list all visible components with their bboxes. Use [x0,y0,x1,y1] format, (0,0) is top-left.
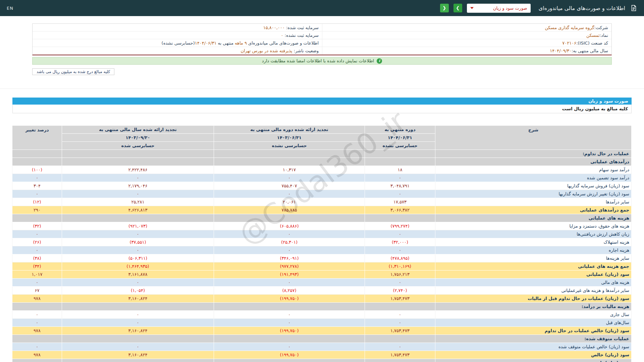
change-cell: (۱۲) [12,198,62,206]
change-cell: ۰ [12,230,62,238]
value-cell: ۰ [62,174,214,182]
empty-cell [12,335,62,343]
section-divider [0,88,644,89]
nav-back-button[interactable]: ❮ [440,4,449,12]
row-label: سود (زیان) فروش سرمایه گذاریها [435,182,632,190]
value-cell: ۰ [365,311,435,319]
change-cell: (۳۴) [12,262,62,270]
row-label: سود (زیان) خالص عملیات متوقف شده [435,343,632,351]
change-cell: (۲۶) [12,238,62,246]
col-header-period-2: تجدید ارائه شده دوره مالی منتهی به [214,126,365,134]
value-cell: (۱۹۹,۷۵۰) [214,327,365,335]
value-cell: ۷۵۵,۴۰۷ [214,182,365,190]
value-cell: ۳,۱۶۰,۸۲۴ [62,327,214,335]
value-cell: ۲۵,۲۸۱ [62,198,214,206]
row-label: سایر هزینه‌ها [435,254,632,262]
value-cell: ۰ [365,319,435,327]
section-row: سود (زیان) پایه هر سهم [12,359,632,362]
value-cell: (۱,۴۶۴,۹۳۵) [62,262,214,270]
value-cell: ۳,۱۶۰,۸۲۴ [62,351,214,359]
unit-note-wrap: کلیه مبالغ درج شده به میلیون ریال می باش… [32,68,612,75]
sheet-select-value: صورت سود و زیان [493,6,527,11]
value-cell: ۰ [365,190,435,198]
value-cell: ۰ [214,343,365,351]
table-row: سود (زیان) فروش سرمایه گذاریها۳,۰۴۸,۷۹۱۷… [12,182,632,190]
company-info-row: نماد: ثمسکنسرمایه ثبت نشده: ۰ [33,32,611,39]
company-info-row: کد صنعت (ISIC): ۷۰۲۱۰۶اطلاعات و صورت‌های… [33,39,611,47]
col-audit-2: حسابرسی نشده [214,142,365,150]
empty-cell [365,214,435,222]
value-cell: ۳,۰۴۸,۷۹۱ [365,182,435,190]
value-cell: ۲,۱۷۹,۰۴۶ [62,182,214,190]
value-cell: ۰ [62,230,214,238]
value-cell: ۰ [214,190,365,198]
value-cell: (۹۷۷,۲۷۸) [214,262,365,270]
signed-match-banner: i اطلاعات نمایش داده شده با اطلاعات امضا… [32,57,612,65]
nav-forward-button[interactable]: ❯ [453,4,462,12]
row-label: هزینه های حقوق، دستمزد و مزایا [435,222,632,230]
change-cell: ۶۷ [12,287,62,295]
value-cell: (۹۲۱,۰۷۳) [62,222,214,230]
change-cell: (۱۰۰) [12,166,62,174]
value-cell: ۲۰,۰۶۱ [214,198,365,206]
total-row: سود (زیان) عملیات در حال تداوم قبل از ما… [12,295,632,303]
sheet-select-dropdown[interactable]: صورت سود و زیان [467,4,531,13]
row-label: درآمد سود سهام [435,166,632,174]
statement-title-bar: صورت سود و زیان [12,98,632,105]
col-audit-3: حسابرسی شده [62,142,214,150]
language-en-link[interactable]: EN [7,6,13,11]
value-cell: ۰ [62,190,214,198]
total-row: جمع هزینه های عملیاتی(۱,۳۱۰,۱۶۹)(۹۷۷,۲۷۸… [12,262,632,270]
company-info-cell: سرمایه ثبت نشده: ۰ [33,33,322,38]
empty-cell [365,150,435,158]
chevron-down-icon [470,7,474,9]
company-info-cell: کد صنعت (ISIC): ۷۰۲۱۰۶ [322,39,611,47]
value-cell: ۰ [62,343,214,351]
company-info-cell: شرکت: گروه سرمایه گذاری مسکن [322,24,611,31]
col-header-period-3: تجدید ارائه شده سال مالی منتهی به [62,126,214,134]
empty-cell [62,158,214,166]
row-label: جمع درآمدهای عملیاتی [435,206,632,214]
table-row: هزینه های حقوق، دستمزد و مزایا(۷۹۹,۲۷۴)(… [12,222,632,230]
total-row: سود (زیان) خالص عملیات در حال تداوم۱,۷۵۳… [12,327,632,335]
value-cell: ۰ [62,319,214,327]
value-cell: ۱,۷۵۳,۴۷۳ [365,351,435,359]
value-cell: (۱۹۹,۷۵۰) [214,351,365,359]
value-cell: ۰ [365,246,435,254]
value-cell: ۰ [62,311,214,319]
col-date-3: ۱۴۰۳/۰۹/۳۰ [62,134,214,142]
empty-cell [214,158,365,166]
value-cell: (۱۹۹,۷۵۰) [214,295,365,303]
row-label: زیان کاهش ارزش دریافتنی‌ها [435,230,632,238]
value-cell: (۱,۳۱۰,۱۶۹) [365,262,435,270]
table-row: سود (زیان) خالص عملیات متوقف شده۰۰۰۰ [12,343,632,351]
table-row: سال‌های قبل۰۰۰۰ [12,319,632,327]
col-header-desc: شرح [435,126,632,150]
row-label: سال جاری [435,311,632,319]
empty-cell [12,359,62,362]
change-cell: ۱,۰۱۷ [12,270,62,279]
total-row: سود (زیان) عملیاتی۱,۷۵۶,۲۱۳(۱۹۱,۴۹۳)۳,۱۶… [12,270,632,279]
empty-cell [12,303,62,311]
col-date-1: ۱۴۰۴/۰۶/۳۱ [365,134,435,142]
topbar: اطلاعات و صورت‌های مالی میاندوره‌ای صورت… [0,0,644,16]
total-row: سود (زیان) خالص۱,۷۵۳,۴۷۳(۱۹۹,۷۵۰)۳,۱۶۰,۸… [12,351,632,359]
value-cell: ۱۸ [365,166,435,174]
change-cell: ۰ [12,311,62,319]
value-cell: ۳,۰۶۶,۳۸۲ [365,206,435,214]
empty-cell [214,214,365,222]
value-cell: (۴۷۸,۸۹۵) [365,254,435,262]
income-statement-table: شرح دوره منتهی به تجدید ارائه شده دوره م… [12,125,632,362]
statement-unit-note: کلیه مبالغ به میلیون ریال است [12,105,632,113]
value-cell: (۸,۲۵۷) [214,287,365,295]
section-row: عملیات در حال تداوم: [12,150,632,158]
company-info-cell: اطلاعات و صورت‌های مالی میاندوره‌ای ۹ ما… [33,41,322,46]
table-header: شرح دوره منتهی به تجدید ارائه شده دوره م… [12,126,632,150]
value-cell: ۰ [214,311,365,319]
section-row: درآمدهای عملیاتی [12,158,632,166]
empty-cell [214,303,365,311]
value-cell: ۰ [214,319,365,327]
change-cell: ۰ [12,279,62,287]
table-row: زیان کاهش ارزش دریافتنی‌ها۰۰۰۰ [12,230,632,238]
change-cell: ۹۷۸ [12,295,62,303]
